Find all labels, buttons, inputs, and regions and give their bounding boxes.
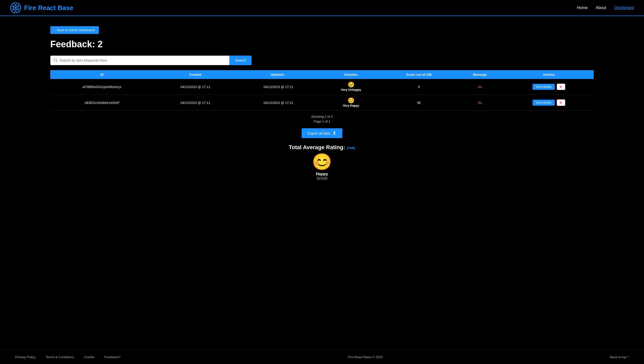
cell-created: 04/12/2023 @ 17:11 [154, 95, 237, 111]
table-header-row: ID Created Updated ↓ Emotion Score out o… [50, 70, 594, 79]
feedback-table: ID Created Updated ↓ Emotion Score out o… [50, 70, 594, 111]
feedback-table-wrapper: ID Created Updated ↓ Emotion Score out o… [50, 70, 594, 111]
footer-links: Privacy Policy Terms & Conditions Credit… [15, 355, 120, 359]
cell-created: 04/12/2023 @ 17:11 [154, 79, 237, 95]
col-message: Message [456, 70, 504, 79]
back-to-top-link[interactable]: Back to top ^ [610, 355, 629, 359]
cell-updated: 04/12/2023 @ 17:11 [237, 95, 320, 111]
cell-actions: View details 🗑 [504, 79, 594, 95]
cell-updated: 04/12/2023 @ 17:11 [237, 79, 320, 95]
emotion-label: Very Happy [343, 104, 359, 107]
cell-emotion: 😢 Very Unhappy [320, 79, 382, 95]
footer: Privacy Policy Terms & Conditions Credit… [0, 350, 644, 364]
cell-message: No [456, 79, 504, 95]
search-row: Search [50, 56, 252, 65]
cell-message: No [456, 95, 504, 111]
nav-links: Home About Dashboard [577, 6, 634, 10]
footer-credits[interactable]: Credits [84, 355, 94, 359]
export-label: Export all data [308, 131, 330, 135]
col-created: Created [154, 70, 237, 79]
col-score: Score out of 100 [382, 70, 456, 79]
brand: Fire React Base [10, 2, 73, 13]
nav-home[interactable]: Home [577, 6, 588, 10]
cell-actions: View details 🗑 [504, 95, 594, 111]
pagination-page: Page 1 of 1 [50, 119, 594, 123]
app-name: Fire React Base [24, 4, 73, 12]
svg-point-4 [15, 7, 16, 9]
page-title: Feedback: 2 [50, 39, 594, 50]
rating-score: 52/100 [50, 176, 594, 180]
emotion-emoji-icon: 😊 [348, 98, 354, 103]
footer-copyright: Fire React Base © 2023 [348, 355, 383, 359]
cell-id: etTBBReGGsQaXMsohrys [50, 79, 154, 95]
footer-privacy[interactable]: Privacy Policy [15, 355, 35, 359]
chevron-up-icon: ^ [627, 355, 629, 359]
cell-score: 96 [382, 95, 456, 111]
rating-title: Total Average Rating: (TAR) [50, 144, 594, 151]
back-button[interactable]: ‹ Back to Admin Dashboard [50, 26, 99, 34]
export-button[interactable]: Export all data [302, 128, 342, 138]
col-emotion: Emotion [320, 70, 382, 79]
cell-score: 9 [382, 79, 456, 95]
footer-feedback[interactable]: Feedback? [104, 355, 120, 359]
search-input-wrapper [50, 56, 229, 65]
table-row: nB3EGcAlridhkIrmtS0rP 04/12/2023 @ 17:11… [50, 95, 594, 111]
col-id: ID [50, 70, 154, 79]
main-content: ‹ Back to Admin Dashboard Feedback: 2 Se… [0, 16, 644, 350]
rating-tag: (TAR) [347, 146, 355, 150]
emotion-emoji-icon: 😢 [348, 82, 354, 88]
sort-icon: ↓ [285, 73, 286, 76]
delete-button[interactable]: 🗑 [557, 84, 565, 90]
col-actions: Actions [504, 70, 594, 79]
cell-id: nB3EGcAlridhkIrmtS0rP [50, 95, 154, 111]
app-logo [10, 2, 21, 13]
chevron-left-icon: ‹ [54, 28, 55, 32]
rating-section: Total Average Rating: (TAR) 😊 Happy 52/1… [50, 144, 594, 180]
footer-terms[interactable]: Terms & Conditions [46, 355, 74, 359]
view-details-button[interactable]: View details [533, 100, 555, 106]
col-updated: Updated ↓ [237, 70, 320, 79]
nav-dashboard[interactable]: Dashboard [614, 6, 634, 10]
search-button[interactable]: Search [229, 56, 252, 65]
delete-button[interactable]: 🗑 [557, 99, 565, 106]
back-button-label: Back to Admin Dashboard [57, 28, 95, 32]
search-input[interactable] [60, 56, 226, 65]
emotion-label: Very Unhappy [341, 88, 361, 92]
rating-label: Happy [50, 172, 594, 176]
export-row: Export all data [50, 124, 594, 142]
cell-emotion: 😊 Very Happy [320, 95, 382, 111]
view-details-button[interactable]: View details [533, 84, 555, 90]
navbar: Fire React Base Home About Dashboard [0, 0, 644, 16]
nav-about[interactable]: About [596, 6, 606, 10]
download-icon [332, 131, 336, 136]
rating-emoji: 😊 [50, 154, 594, 170]
table-row: etTBBReGGsQaXMsohrys 04/12/2023 @ 17:11 … [50, 79, 594, 95]
pagination-showing: Showing 2 of 2 [50, 115, 594, 118]
search-icon [54, 58, 58, 63]
